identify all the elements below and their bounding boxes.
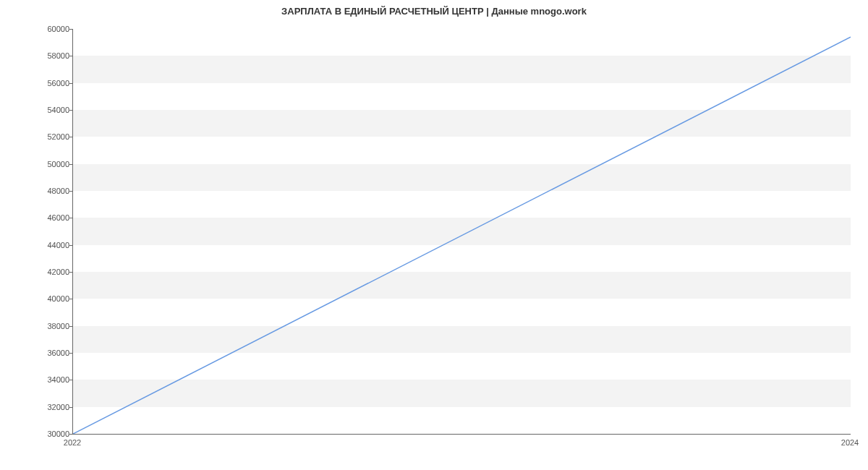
y-tick-label: 30000 [26,430,69,438]
y-tick-label: 40000 [26,294,69,303]
y-tick [69,218,72,218]
x-tick-label: 2024 [841,438,859,447]
y-tick-label: 52000 [26,132,69,141]
x-tick-label: 2022 [64,438,81,447]
y-tick [69,56,72,56]
y-tick [69,434,72,435]
chart-title: ЗАРПЛАТА В ЕДИНЫЙ РАСЧЕТНЫЙ ЦЕНТР | Данн… [0,6,868,17]
y-tick [69,380,72,380]
y-tick-label: 42000 [26,268,69,276]
y-tick [69,272,72,273]
y-tick-label: 56000 [26,79,69,87]
y-tick [69,245,72,246]
y-tick [69,353,72,354]
y-tick [69,407,72,408]
chart-line [73,29,851,434]
y-tick [69,29,72,30]
y-tick-label: 36000 [26,349,69,357]
y-tick [69,299,72,299]
y-tick [69,191,72,192]
data-line [73,37,851,434]
y-tick-label: 54000 [26,106,69,114]
y-tick-label: 50000 [26,160,69,168]
y-tick-label: 44000 [26,241,69,249]
plot-area [72,29,851,435]
y-tick-label: 46000 [26,213,69,222]
y-tick [69,326,72,327]
y-tick-label: 32000 [26,403,69,411]
chart-container: ЗАРПЛАТА В ЕДИНЫЙ РАСЧЕТНЫЙ ЦЕНТР | Данн… [0,0,868,470]
y-tick-label: 34000 [26,375,69,384]
y-tick-label: 60000 [26,25,69,33]
y-tick [69,110,72,111]
y-tick [69,164,72,165]
y-tick-label: 58000 [26,51,69,60]
y-tick [69,137,72,137]
y-tick [69,83,72,84]
y-tick-label: 48000 [26,187,69,195]
y-tick-label: 38000 [26,322,69,330]
